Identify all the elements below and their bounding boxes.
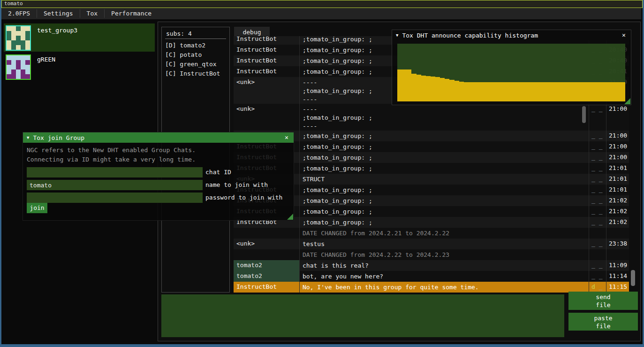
log-message-row[interactable]: <unk>testus_ _23:38 — [234, 239, 629, 249]
avatar-pixel — [21, 60, 25, 65]
close-icon[interactable]: ✕ — [283, 134, 290, 141]
message-text: ;tomato_in_group: ; — [299, 152, 589, 163]
message-text: ---- ;tomato_in_group: ; ---- — [299, 104, 589, 131]
message-time: 21:00 — [606, 141, 629, 152]
avatar-pixel — [11, 31, 16, 36]
histogram-bar — [554, 82, 559, 101]
member-InstructBot[interactable]: [C] InstructBot — [165, 70, 220, 77]
join-field-name-to-join-with[interactable] — [27, 180, 203, 190]
message-text: No, I've been in this group for quite so… — [299, 282, 589, 293]
join-field-chat-id[interactable] — [27, 167, 203, 177]
send-file-button[interactable]: send file — [568, 292, 638, 310]
histogram-bar — [530, 82, 535, 101]
message-time: 21:01 — [606, 174, 629, 185]
collapse-icon[interactable]: ▼ — [27, 135, 29, 140]
histogram-bar — [455, 81, 459, 101]
message-input[interactable] — [161, 294, 564, 337]
tomato-app-window: tomato 2.0FPSSettingsToxPerformance test… — [0, 0, 644, 347]
avatar-pixel — [21, 55, 25, 60]
avatar-pixel — [11, 60, 16, 65]
histogram-bar — [435, 77, 440, 101]
join-group-body: NGC refers to the New DHT enabled Group … — [23, 143, 294, 220]
log-system-row[interactable]: DATE CHANGED from 2024.2.21 to 2024.2.22 — [234, 228, 629, 239]
histogram-bar — [601, 82, 606, 101]
message-text: STRUCT — [299, 174, 589, 185]
message-text: bot, are you new here? — [299, 271, 589, 282]
avatar-pixel — [7, 40, 11, 45]
member-green_qtox[interactable]: [C] green_qtox — [165, 61, 217, 68]
menu-item-performance[interactable]: Performance — [105, 8, 158, 19]
message-time: 21:02 — [606, 206, 629, 217]
histogram-bar — [606, 82, 611, 101]
join-group-title: Tox join Group — [33, 134, 84, 141]
message-text: ;tomato_in_group: ; — [299, 185, 589, 195]
member-potato[interactable]: [C] potato — [165, 51, 202, 58]
paste-file-button[interactable]: paste file — [568, 313, 638, 331]
avatar-pixel — [16, 36, 21, 40]
inner-scrollbar-thumb[interactable] — [582, 106, 586, 123]
dht-histogram-title-bar[interactable]: ▼ Tox DHT announce capability histogram … — [392, 30, 631, 40]
log-message-row[interactable]: tomato2bot, are you new here?_ _11:14 — [234, 271, 629, 282]
histogram-bar — [516, 82, 521, 101]
message-time: 21:02 — [606, 195, 629, 206]
message-text: testus — [299, 239, 589, 249]
message-status: _ _ — [589, 152, 606, 163]
join-field-password-to-join-with[interactable] — [27, 193, 203, 203]
avatar-pixel — [7, 26, 11, 31]
avatar-pixel — [7, 69, 11, 74]
avatar-pixel — [11, 40, 16, 45]
join-button[interactable]: join — [27, 203, 47, 213]
group-row-test_group3[interactable]: test_group3 — [4, 23, 155, 52]
histogram-bar — [511, 82, 516, 101]
histogram-bar — [549, 82, 554, 101]
log-system-row[interactable]: DATE CHANGED from 2024.2.22 to 2024.2.23 — [234, 249, 629, 260]
resize-grip-icon[interactable] — [287, 214, 293, 220]
log-message-row[interactable]: tomato2chat is this real?_ _11:09 — [234, 260, 629, 271]
histogram-bar — [583, 82, 587, 101]
message-author: <unk> — [234, 77, 299, 104]
avatar-pixel — [25, 55, 30, 60]
message-status: _ _ — [589, 217, 606, 228]
histogram-bar — [473, 82, 478, 101]
join-desc-line2: Connecting via ID might take a very long… — [27, 156, 196, 163]
message-status: _ _ — [589, 185, 606, 195]
avatar-pixel — [7, 31, 11, 36]
paste-file-label-line1: paste — [568, 314, 638, 322]
dht-capability-histogram — [397, 44, 625, 101]
dht-histogram-body — [392, 40, 631, 105]
member-tomato2[interactable]: [D] tomato2 — [165, 42, 205, 49]
histogram-bar — [426, 76, 431, 101]
message-status: _ _ — [589, 104, 606, 131]
histogram-bar — [559, 82, 563, 101]
log-scrollbar-thumb[interactable] — [631, 270, 635, 286]
histogram-bar — [521, 82, 525, 101]
histogram-bar — [578, 82, 583, 101]
app-title-bar: tomato — [1, 0, 643, 8]
avatar-pixel — [25, 26, 30, 31]
menu-item-tox[interactable]: Tox — [80, 8, 104, 19]
avatar-pixel — [11, 26, 16, 31]
avatar-pixel — [21, 69, 25, 74]
avatar-pixel — [7, 60, 11, 65]
subs-separator — [165, 39, 226, 39]
message-time: 11:14 — [606, 271, 629, 282]
join-group-title-bar[interactable]: ▼ Tox join Group ✕ — [23, 132, 294, 143]
avatar-pixel — [21, 31, 25, 36]
message-status — [589, 249, 606, 260]
menu-item-settings[interactable]: Settings — [37, 8, 80, 19]
status-delivered: d — [591, 283, 595, 290]
histogram-bar — [525, 82, 530, 101]
subs-count-label: subs: 4 — [166, 30, 192, 37]
menu-item-2-0fps: 2.0FPS — [1, 8, 37, 19]
dht-histogram-title: Tox DHT announce capability histogram — [402, 32, 538, 39]
group-row-gREEN[interactable]: gREEN — [4, 53, 155, 81]
close-icon[interactable]: ✕ — [620, 31, 628, 39]
avatar-pixel — [25, 74, 30, 79]
resize-grip-icon[interactable] — [624, 98, 630, 104]
log-message-row[interactable]: InstructBotNo, I've been in this group f… — [234, 282, 629, 293]
histogram-bar — [540, 82, 545, 101]
collapse-icon[interactable]: ▼ — [396, 33, 398, 38]
log-message-row[interactable]: <unk>---- ;tomato_in_group: ; ----_ _21:… — [234, 104, 629, 131]
histogram-bar — [492, 82, 497, 101]
message-time: 21:01 — [606, 185, 629, 195]
